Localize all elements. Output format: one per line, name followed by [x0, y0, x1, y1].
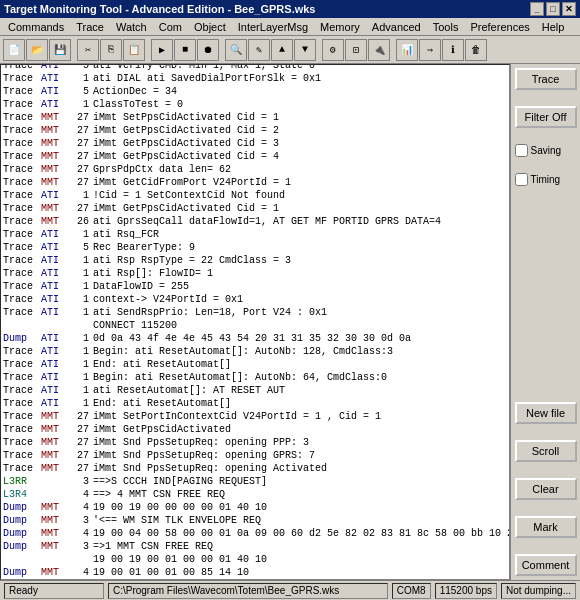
log-source: MMT: [41, 501, 73, 514]
filter-btn[interactable]: 🔍: [225, 39, 247, 61]
toolbar: 📄 📂 💾 ✂ ⎘ 📋 ▶ ■ ⏺ 🔍 ✎ ▲ ▼ ⚙ ⊡ 🔌 📊 ⇒ ℹ 🗑: [0, 36, 580, 64]
log-source: MMT: [41, 150, 73, 163]
log-number: [73, 319, 93, 332]
log-number: 1: [73, 98, 93, 111]
log-type: Trace: [3, 163, 41, 176]
log-type: L3RR: [3, 475, 41, 488]
saving-checkbox[interactable]: [515, 144, 528, 157]
timing-checkbox[interactable]: [515, 173, 528, 186]
cut-btn[interactable]: ✂: [77, 39, 99, 61]
log-number: 5: [73, 241, 93, 254]
config-btn[interactable]: ⚙: [322, 39, 344, 61]
log-number: 1: [73, 345, 93, 358]
new-file-button[interactable]: New file: [515, 402, 577, 424]
new-btn[interactable]: 📄: [3, 39, 25, 61]
log-data: GprsPdpCtx data len= 62: [93, 163, 507, 176]
table-row: TraceATI1Begin: ati ResetAutomat[]: Auto…: [1, 345, 509, 358]
menu-help[interactable]: Help: [536, 20, 571, 34]
log-source: MMT: [41, 540, 73, 553]
port-btn[interactable]: ⊡: [345, 39, 367, 61]
log-area[interactable]: DumpATI10d 0a 4f 4b 0d 0aTraceATI1ResetA…: [0, 64, 510, 580]
clear-button[interactable]: Clear: [515, 478, 577, 500]
log-data: iMmt GetPpsCidActivated: [93, 423, 507, 436]
saving-checkbox-row: Saving: [515, 144, 577, 157]
table-row: CONNECT 115200: [1, 319, 509, 332]
menu-trace[interactable]: Trace: [70, 20, 110, 34]
table-row: TraceMMT27iMmt Snd PpsSetupReq: opening …: [1, 436, 509, 449]
table-row: TraceATI1ati Rsq_FCR: [1, 228, 509, 241]
log-number: 4: [73, 501, 93, 514]
close-button[interactable]: ✕: [562, 2, 576, 16]
log-data: 19 00 01 00 01 00 85 14 10: [93, 566, 507, 579]
log-type: Dump: [3, 566, 41, 579]
log-data: iMmt GetPpsCidActivated Cid = 4: [93, 150, 507, 163]
menu-tools[interactable]: Tools: [427, 20, 465, 34]
menu-interlayermsg[interactable]: InterLayerMsg: [232, 20, 314, 34]
log-source: MMT: [41, 176, 73, 189]
log-source: ATI: [41, 358, 73, 371]
log-source: ATI: [41, 189, 73, 202]
window-controls[interactable]: _ □ ✕: [530, 2, 576, 16]
open-btn[interactable]: 📂: [26, 39, 48, 61]
log-number: 27: [73, 449, 93, 462]
save-btn[interactable]: 💾: [49, 39, 71, 61]
menu-watch[interactable]: Watch: [110, 20, 153, 34]
log-type: Trace: [3, 449, 41, 462]
log-number: 4: [73, 566, 93, 579]
log-source: ATI: [41, 293, 73, 306]
log-source: [41, 553, 73, 566]
scroll-button[interactable]: Scroll: [515, 440, 577, 462]
status-ready: Ready: [4, 583, 104, 599]
up-btn[interactable]: ▲: [271, 39, 293, 61]
chart-btn[interactable]: 📊: [396, 39, 418, 61]
connect-btn[interactable]: 🔌: [368, 39, 390, 61]
log-number: 4: [73, 488, 93, 501]
table-row: TraceATI1DataFlowID = 255: [1, 280, 509, 293]
log-type: Trace: [3, 64, 41, 72]
menu-object[interactable]: Object: [188, 20, 232, 34]
log-type: Trace: [3, 189, 41, 202]
log-type: Trace: [3, 72, 41, 85]
menu-commands[interactable]: Commands: [2, 20, 70, 34]
log-type: Trace: [3, 241, 41, 254]
menu-advanced[interactable]: Advanced: [366, 20, 427, 34]
table-row: TraceATI1!Cid = 1 SetContextCid Not foun…: [1, 189, 509, 202]
title-text: Target Monitoring Tool - Advanced Editio…: [4, 3, 316, 15]
log-source: MMT: [41, 462, 73, 475]
log-number: 27: [73, 423, 93, 436]
log-number: 1: [73, 332, 93, 345]
table-row: TraceATI1ati Rsp RspType = 22 CmdClass =…: [1, 254, 509, 267]
trace-button[interactable]: Trace: [515, 68, 577, 90]
copy-btn[interactable]: ⎘: [100, 39, 122, 61]
mark-btn[interactable]: ✎: [248, 39, 270, 61]
log-type: Trace: [3, 254, 41, 267]
log-data: ati Rsp[]: FlowID= 1: [93, 267, 507, 280]
minimize-button[interactable]: _: [530, 2, 544, 16]
clear-log-btn[interactable]: 🗑: [465, 39, 487, 61]
stop-btn[interactable]: ■: [174, 39, 196, 61]
log-number: 1: [73, 228, 93, 241]
table-row: TraceATI5Rec BearerType: 9: [1, 241, 509, 254]
table-row: TraceATI5ati Verify CMD: Min 1, Max 1, S…: [1, 64, 509, 72]
menu-preferences[interactable]: Preferences: [464, 20, 535, 34]
log-type: Trace: [3, 98, 41, 111]
menu-memory[interactable]: Memory: [314, 20, 366, 34]
maximize-button[interactable]: □: [546, 2, 560, 16]
log-type: Trace: [3, 111, 41, 124]
log-data: ati Verify CMD: Min 1, Max 1, State 0: [93, 64, 507, 72]
mark-button[interactable]: Mark: [515, 516, 577, 538]
export-btn[interactable]: ⇒: [419, 39, 441, 61]
paste-btn[interactable]: 📋: [123, 39, 145, 61]
menu-com[interactable]: Com: [153, 20, 188, 34]
log-data: iMmt GetPpsCidActivated Cid = 1: [93, 202, 507, 215]
table-row: TraceMMT27iMmt GetCidFromPort V24PortId …: [1, 176, 509, 189]
table-row: DumpATI10d 0a 43 4f 4e 4e 45 43 54 20 31…: [1, 332, 509, 345]
rec-btn[interactable]: ⏺: [197, 39, 219, 61]
log-source: ATI: [41, 228, 73, 241]
info-btn[interactable]: ℹ: [442, 39, 464, 61]
down-btn[interactable]: ▼: [294, 39, 316, 61]
play-btn[interactable]: ▶: [151, 39, 173, 61]
log-number: 1: [73, 384, 93, 397]
comment-button[interactable]: Comment: [515, 554, 577, 576]
filter-button[interactable]: Filter Off: [515, 106, 577, 128]
